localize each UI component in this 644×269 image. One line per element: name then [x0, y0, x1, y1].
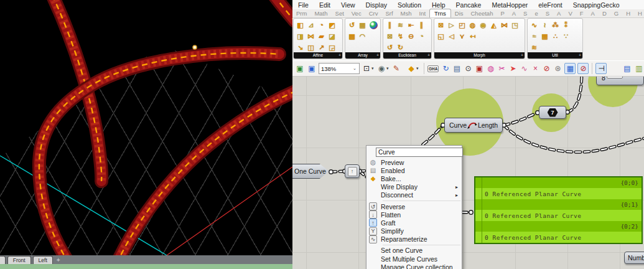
viewport-tab[interactable]: +	[55, 257, 62, 264]
component-tab[interactable]: Trns	[429, 9, 451, 17]
menubar-item[interactable]: Pancake	[456, 1, 482, 9]
rhino-viewport[interactable]	[0, 0, 292, 255]
menu-item-set-one-curve[interactable]: Set one Curve	[366, 247, 462, 255]
menubar-item[interactable]: MetaHopper	[492, 1, 528, 9]
menubar-item[interactable]: View	[341, 1, 355, 9]
cut-icon[interactable]: ×	[530, 64, 540, 73]
panel-grip[interactable]	[607, 77, 623, 78]
morph-icon[interactable]: ◉	[478, 19, 488, 31]
euclidean-icon[interactable]: ⇤	[406, 19, 416, 31]
morph-icon[interactable]: ◭	[488, 19, 499, 31]
new-panel-icon[interactable]: ▤	[622, 64, 632, 73]
morph-icon[interactable]: ◍	[467, 19, 478, 31]
copy-document-icon[interactable]: ▤	[452, 64, 462, 73]
preview-settings-icon[interactable]: ◉	[376, 64, 386, 73]
group-expand-icon[interactable]: +	[376, 52, 379, 59]
component-tab[interactable]: Cheetah	[467, 9, 497, 17]
menu-item-enabled[interactable]: ▤ Enabled	[366, 166, 462, 174]
menu-item-reparameterize[interactable]: ∿ Reparameterize	[366, 235, 462, 243]
curve-parameter-grafted[interactable]: ↑	[345, 164, 360, 178]
euclidean-icon[interactable]: ↯	[395, 31, 406, 42]
menu-item-simplify[interactable]: Y Simplify	[366, 227, 462, 235]
menubar-item[interactable]: eleFront	[538, 1, 562, 9]
group-expand-icon[interactable]: +	[521, 52, 523, 59]
euclidean-icon[interactable]: ≋	[395, 19, 406, 31]
chevron-down-icon[interactable]: ▾	[371, 66, 376, 71]
array-icon[interactable]: ▩	[347, 31, 357, 42]
morph-icon[interactable]: ⋎	[457, 31, 467, 42]
affine-icon[interactable]: ◩	[327, 19, 337, 31]
cluster-icon[interactable]: ↻	[441, 64, 450, 73]
canvas-sketch-icon[interactable]: ✎	[391, 64, 401, 73]
curve-length-component[interactable]: Curve Length	[444, 118, 503, 133]
menu-item-reverse[interactable]: ↺ Reverse	[366, 202, 462, 210]
component-tab[interactable]: Crv	[365, 9, 382, 17]
component-tab[interactable]: Vec	[348, 9, 365, 17]
component-tab[interactable]: V	[564, 9, 576, 17]
component-tab[interactable]: e	[531, 9, 541, 17]
util-icon[interactable]: ⁑	[561, 19, 571, 31]
morph-icon[interactable]: ↤	[467, 31, 478, 42]
remote-control-icon[interactable]: ⊣	[595, 63, 607, 74]
morph-icon[interactable]: ◰	[457, 19, 467, 31]
array-icon[interactable]: ◠	[357, 31, 368, 42]
affine-icon[interactable]: ⊿	[306, 19, 316, 31]
component-tab[interactable]: P	[497, 9, 508, 17]
morph-icon[interactable]: ⊠	[436, 19, 446, 31]
morph-icon[interactable]: ▷	[446, 19, 457, 31]
euclidean-icon[interactable]: ⊠	[385, 31, 395, 42]
morph-icon[interactable]: ◱	[436, 31, 446, 42]
morph-icon[interactable]: ⋈	[499, 19, 510, 31]
menubar-item[interactable]: SnappingGecko	[573, 1, 620, 9]
affine-icon[interactable]: ◪	[327, 31, 337, 42]
euclidean-icon[interactable]: ↺	[385, 42, 395, 53]
zoom-level-dropdown[interactable]: 138%⌄	[319, 63, 360, 74]
menu-item-set-multiple-curves[interactable]: Set Multiple Curves	[366, 255, 462, 263]
menu-item-disconnect[interactable]: Disconnect ▸	[366, 191, 462, 199]
component-tab[interactable]: Msh	[397, 9, 416, 17]
util-icon[interactable]: ∿	[529, 19, 539, 31]
affine-icon[interactable]: ◫	[306, 42, 316, 53]
component-tab[interactable]: A	[587, 9, 599, 17]
util-icon[interactable]: ∴	[550, 31, 561, 42]
component-tab[interactable]: Srf	[381, 9, 396, 17]
chevron-down-icon[interactable]: ▾	[386, 66, 391, 71]
euclidean-icon[interactable]: ◔	[416, 31, 427, 42]
menubar-item[interactable]: Solution	[398, 1, 421, 9]
util-icon[interactable]: ≀	[539, 19, 550, 31]
chevron-down-icon[interactable]: ▾	[416, 66, 421, 71]
disable-solver-icon[interactable]: ⊘	[577, 63, 589, 74]
select-arrow-icon[interactable]: ➤	[508, 64, 518, 73]
affine-icon[interactable]: ◧	[295, 19, 306, 31]
affine-icon[interactable]: ◔	[316, 19, 327, 31]
save-file-icon[interactable]: ▣	[307, 64, 317, 73]
menu-item-wire-display[interactable]: Wire Display ▸	[366, 183, 462, 191]
data-panel[interactable]: {0;0} 0 Referenced Planar Curve {0;1}	[474, 176, 643, 244]
component-tab[interactable]: H	[622, 9, 634, 17]
menu-item-flatten[interactable]: ↓ Flatten	[366, 210, 462, 219]
component-tab[interactable]: Math	[310, 9, 331, 17]
euclidean-icon[interactable]: ∥	[416, 19, 427, 31]
affine-icon[interactable]: ◲	[327, 42, 337, 53]
component-tab[interactable]: A	[508, 9, 520, 17]
seven-component[interactable]: 7	[539, 106, 566, 119]
component-tab[interactable]: S	[542, 9, 553, 17]
util-icon[interactable]: ∵	[561, 31, 571, 42]
affine-icon[interactable]: ◨	[295, 31, 306, 42]
component-tab[interactable]: S	[520, 9, 531, 17]
grid-display-icon[interactable]: ▦	[564, 63, 576, 74]
euclidean-icon[interactable]: ⊖	[406, 31, 416, 42]
component-tab[interactable]: Set	[332, 9, 348, 17]
euclidean-icon[interactable]: ∥	[385, 19, 395, 31]
grasshopper-canvas[interactable]: One Curve ↑ Curve Length 7 8	[292, 77, 644, 269]
group-expand-icon[interactable]: +	[579, 52, 581, 59]
gha-icon[interactable]: GHA	[427, 65, 439, 72]
viewport-tab[interactable]: o	[0, 256, 6, 264]
menu-item-preview[interactable]: ◍ Preview	[366, 158, 462, 166]
array-icon[interactable]: ▦	[357, 19, 368, 31]
component-tab[interactable]: Int	[416, 9, 430, 17]
menubar-item[interactable]: File	[298, 1, 309, 9]
find-icon[interactable]: ⊙	[463, 64, 473, 73]
menubar-item[interactable]: Help	[432, 1, 446, 9]
euclidean-icon[interactable]: ↻	[395, 42, 406, 53]
